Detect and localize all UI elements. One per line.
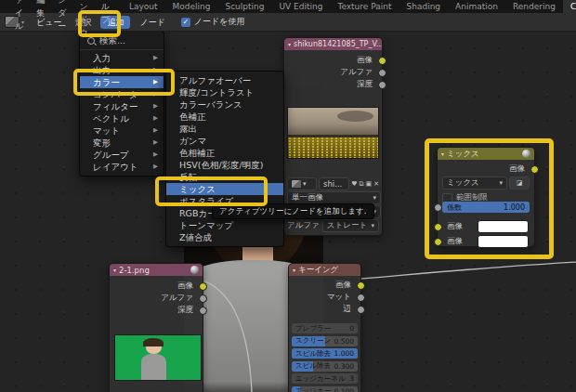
node-keying-header[interactable]: ▾ キーイング — [289, 264, 360, 276]
submenu-item-invert[interactable]: 反転 — [166, 171, 283, 183]
submenu-item-tonemap[interactable]: トーンマップ — [166, 219, 283, 231]
collapse-chevron-icon[interactable]: ▾ — [288, 41, 291, 47]
output-depth: 深度 — [284, 78, 382, 90]
alpha-label: アルファ — [287, 220, 320, 231]
node-image2-header[interactable]: ▾ 2-1.png — [110, 264, 203, 276]
output-alpha: アルファ — [284, 66, 382, 78]
edge-kernel-tolerance-slider[interactable]: エッジカー0.100 — [292, 386, 358, 392]
screen-balance-slider[interactable]: スクリーン0.500 — [292, 336, 358, 346]
menu-help[interactable]: ヘルプ — [95, 0, 116, 26]
collapse-chevron-icon[interactable]: ▾ — [113, 267, 116, 273]
socket-image2-in[interactable] — [434, 238, 442, 246]
tab-modeling[interactable]: Modeling — [164, 0, 217, 13]
submenu-item-hsv[interactable]: HSV(色相/彩度/明度) — [166, 159, 283, 171]
image2-color-swatch[interactable] — [478, 235, 529, 248]
node-image-shikun-header[interactable]: ▾ shikun81421085_TP_V... — [284, 38, 382, 50]
alpha-mode-dropdown[interactable]: ストレート▾ — [322, 219, 379, 232]
output-alpha: アルファ — [110, 292, 203, 304]
menu-item-output[interactable]: 出力▶ — [80, 64, 164, 76]
socket-image-out[interactable] — [378, 57, 386, 65]
collapse-chevron-icon[interactable]: ▾ — [441, 150, 444, 157]
open-image-folder-icon[interactable]: ▣ — [366, 180, 373, 188]
submenu-item-bright-contrast[interactable]: 輝度/コントラスト — [166, 86, 283, 98]
output-depth: 深度 — [110, 304, 203, 316]
node-image-2-1-png[interactable]: ▾ 2-1.png 画像 アルファ 深度 — [109, 263, 203, 392]
menu-item-filter[interactable]: フィルター▶ — [80, 100, 164, 112]
submenu-item-color-balance[interactable]: カラーバランス — [166, 98, 283, 111]
submenu-item-gamma[interactable]: ガンマ — [166, 135, 283, 147]
socket-alpha-out[interactable] — [199, 294, 207, 303]
factor-slider[interactable]: 係数1.000 — [442, 202, 530, 213]
node-title: 2-1.png — [119, 266, 150, 275]
menu-item-input[interactable]: 入力▶ — [80, 52, 164, 64]
socket-depth-out[interactable] — [199, 307, 207, 315]
use-nodes-checkbox[interactable]: ✓ — [181, 18, 190, 27]
output-matte: マット — [289, 291, 360, 303]
socket-image-out[interactable] — [199, 282, 207, 291]
tab-compositing[interactable]: Compositing — [563, 0, 576, 13]
menu-edit[interactable]: 編集 — [30, 0, 51, 20]
tab-animation[interactable]: Animation — [448, 0, 505, 13]
despill-balance-slider[interactable]: スピル除去0.300 — [292, 361, 358, 372]
submenu-item-mix[interactable]: ミックス — [166, 183, 283, 195]
menu-item-group[interactable]: グループ▶ — [80, 149, 164, 161]
wire-keying-image-out — [361, 262, 576, 279]
sunflower-field-thumbnail — [287, 107, 379, 159]
node-mix-header[interactable]: ▾ ミックス — [438, 148, 534, 160]
greenscreen-thumbnail — [114, 334, 202, 381]
menu-item-matte[interactable]: マット▶ — [80, 124, 164, 137]
menu-item-converter[interactable]: コンバーター▶ — [80, 88, 164, 100]
image-icon — [292, 180, 301, 188]
socket-image-out[interactable] — [530, 165, 539, 174]
menu-window[interactable]: ウィンドウ — [72, 0, 94, 39]
socket-alpha-out[interactable] — [378, 69, 386, 77]
tab-shading[interactable]: Shading — [399, 0, 449, 13]
output-edges: 辺 — [289, 303, 360, 315]
socket-edges-out[interactable] — [357, 306, 365, 314]
header-menu-node[interactable]: ノード — [133, 14, 171, 31]
tab-sculpting[interactable]: Sculpting — [217, 0, 271, 13]
tab-uv-editing[interactable]: UV Editing — [271, 0, 330, 13]
edge-kernel-field[interactable]: エッジカーネル3 — [292, 373, 358, 384]
image-name-field[interactable]: shi... — [319, 177, 349, 190]
submenu-item-z-combine[interactable]: Z値合成 — [166, 231, 283, 243]
collapse-chevron-icon[interactable]: ▾ — [293, 267, 295, 273]
unlink-x-icon[interactable]: ✕ — [373, 180, 379, 188]
image1-color-swatch[interactable] — [478, 220, 529, 233]
submenu-item-alpha-over[interactable]: アルファオーバー — [166, 74, 283, 86]
menu-file[interactable]: ファイル — [8, 0, 30, 33]
socket-image1-in[interactable] — [434, 223, 442, 231]
blend-mode-dropdown[interactable]: ミックス▾ — [442, 176, 507, 189]
menu-item-distort[interactable]: 変形▶ — [80, 137, 164, 149]
image-datablock-row: ▾ shi... ♥ ⧉ ▣ ✕ — [287, 177, 379, 190]
tab-layout[interactable]: Layout — [122, 0, 165, 13]
tab-rendering[interactable]: Rendering — [505, 0, 563, 13]
socket-image-out[interactable] — [357, 281, 365, 290]
menu-item-layout[interactable]: レイアウト▶ — [80, 161, 164, 173]
tab-texture-paint[interactable]: Texture Paint — [330, 0, 399, 13]
image-source-dropdown[interactable]: 単一画像▾ — [287, 191, 381, 204]
socket-matte-out[interactable] — [357, 294, 365, 302]
output-image: 画像 — [438, 163, 534, 175]
node-title: shikun81421085_TP_V... — [294, 40, 382, 48]
use-nodes-label: ノードを使用 — [194, 16, 245, 28]
submenu-item-color-correction[interactable]: 色補正 — [166, 111, 283, 123]
fake-user-icon[interactable]: ♥ — [351, 180, 357, 188]
node-mix[interactable]: ▾ ミックス 画像 ミックス▾ ◪ 範囲制限 係数1.000 画像 画像 — [437, 147, 535, 247]
node-keying[interactable]: ▾ キーイング 画像 マット 辺 プレブラー0 スクリーン0.500 スピル除去… — [288, 263, 361, 392]
image-browse-button[interactable]: ▾ — [287, 177, 317, 190]
menu-render[interactable]: レンダー — [51, 0, 72, 33]
new-image-icon[interactable]: ⧉ — [360, 180, 364, 188]
menu-item-vector[interactable]: ベクトル▶ — [80, 112, 164, 124]
socket-factor-in[interactable] — [434, 203, 442, 212]
menu-item-color[interactable]: カラー▶ — [80, 76, 164, 88]
submenu-item-hue-correct[interactable]: 色相補正 — [166, 147, 283, 159]
add-menu: 検索... 入力▶ 出力▶ カラー▶ コンバーター▶ フィルター▶ ベクトル▶ … — [79, 31, 164, 176]
preblur-field[interactable]: プレブラー0 — [292, 323, 358, 333]
tooltip: アクティブツリーにノードを追加します. — [212, 203, 374, 219]
despill-factor-slider[interactable]: スピル除去1.000 — [292, 348, 358, 359]
submenu-item-exposure[interactable]: 露出 — [166, 123, 283, 135]
use-alpha-icon[interactable]: ◪ — [509, 176, 530, 189]
factor-row: 係数1.000 — [442, 202, 530, 213]
socket-depth-out[interactable] — [378, 81, 386, 89]
